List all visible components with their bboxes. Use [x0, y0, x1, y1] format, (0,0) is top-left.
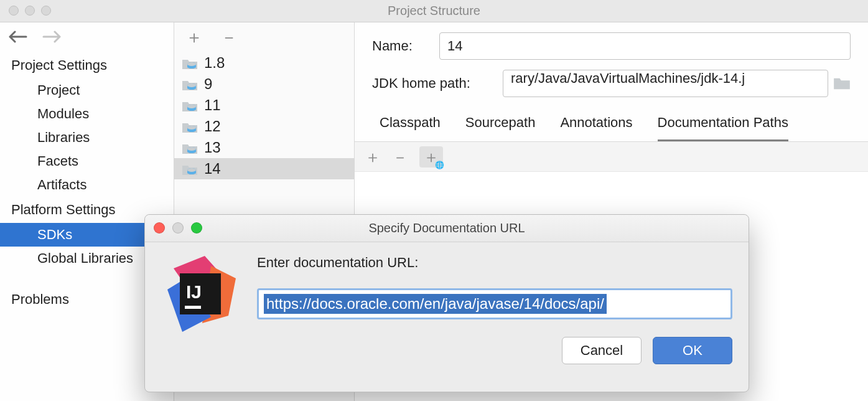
nav-arrows	[0, 22, 174, 52]
doc-paths-toolbar: ＋ － ＋🌐	[355, 142, 868, 172]
close-window-dot[interactable]	[9, 6, 19, 16]
dialog-close-icon[interactable]	[154, 222, 165, 234]
dialog-body: IJ Enter documentation URL: https://docs…	[145, 242, 749, 377]
name-input[interactable]	[439, 32, 851, 60]
dialog-traffic-lights	[154, 222, 202, 234]
browse-folder-icon[interactable]	[833, 76, 851, 91]
path-row: JDK home path: rary/Java/JavaVirtualMach…	[355, 60, 868, 97]
add-sdk-icon[interactable]: ＋	[185, 29, 203, 46]
path-input[interactable]: rary/Java/JavaVirtualMachines/jdk-14.j	[503, 70, 828, 97]
sdk-folder-icon	[182, 78, 198, 90]
sdk-folder-icon	[182, 57, 198, 69]
name-label: Name:	[372, 38, 439, 54]
sdk-folder-icon	[182, 163, 198, 175]
dialog-zoom-icon[interactable]	[191, 222, 202, 234]
sidebar-item-modules[interactable]: Modules	[0, 102, 174, 126]
window-title: Project Structure	[388, 4, 480, 18]
back-arrow-icon[interactable]	[9, 28, 27, 47]
specify-url-dialog: Specify Documentation URL IJ Enter docum…	[144, 214, 749, 392]
sdk-item-9[interactable]: 9	[174, 73, 354, 95]
svg-text:IJ: IJ	[186, 281, 202, 302]
sidebar-heading-project-settings: Project Settings	[0, 52, 174, 78]
dialog-titlebar: Specify Documentation URL	[145, 215, 749, 242]
sdk-item-13[interactable]: 13	[174, 137, 354, 158]
sdk-item-14[interactable]: 14	[174, 158, 354, 179]
window-titlebar: Project Structure	[0, 0, 868, 22]
sdk-item-12[interactable]: 12	[174, 116, 354, 137]
sidebar-item-facets[interactable]: Facets	[0, 149, 174, 173]
remove-path-icon[interactable]: －	[392, 149, 408, 165]
tab-annotations[interactable]: Annotations	[560, 115, 632, 141]
remove-sdk-icon[interactable]: －	[220, 29, 238, 46]
sdk-folder-icon	[182, 141, 198, 154]
url-input-text[interactable]: https://docs.oracle.com/en/java/javase/1…	[264, 294, 607, 314]
sidebar-item-libraries[interactable]: Libraries	[0, 126, 174, 149]
sdk-item-label: 1.8	[204, 54, 225, 72]
sdk-item-label: 14	[204, 160, 221, 177]
dialog-title: Specify Documentation URL	[368, 221, 525, 235]
svg-point-9	[187, 147, 196, 151]
sidebar-item-project[interactable]: Project	[0, 78, 174, 102]
sdk-item-label: 13	[204, 139, 221, 156]
tab-classpath[interactable]: Classpath	[380, 115, 441, 141]
zoom-window-dot[interactable]	[41, 6, 51, 16]
sdk-folder-icon	[182, 99, 198, 111]
sdk-tabs: ClasspathSourcepathAnnotationsDocumentat…	[355, 97, 868, 142]
svg-point-3	[187, 83, 196, 87]
add-url-icon[interactable]: ＋🌐	[419, 146, 443, 167]
tab-sourcepath[interactable]: Sourcepath	[465, 115, 536, 141]
sdk-folder-icon	[182, 120, 198, 133]
dialog-buttons: Cancel OK	[257, 337, 732, 364]
sdk-item-label: 9	[204, 75, 212, 93]
intellij-logo-icon: IJ	[161, 255, 242, 336]
dialog-minimize-icon	[172, 222, 184, 234]
minimize-window-dot[interactable]	[25, 6, 35, 16]
sdk-item-label: 11	[204, 97, 221, 114]
add-path-icon[interactable]: ＋	[365, 149, 381, 165]
dialog-form: Enter documentation URL: https://docs.or…	[257, 255, 732, 364]
window-traffic-lights	[9, 6, 51, 16]
svg-point-5	[187, 105, 196, 108]
cancel-button[interactable]: Cancel	[562, 337, 642, 364]
path-label: JDK home path:	[372, 75, 503, 92]
svg-point-11	[187, 168, 196, 172]
sdk-list-toolbar: ＋ －	[174, 22, 354, 52]
sdk-item-1-8[interactable]: 1.8	[174, 52, 354, 73]
svg-point-7	[187, 126, 196, 130]
tab-documentation-paths[interactable]: Documentation Paths	[658, 115, 788, 141]
name-row: Name:	[355, 22, 868, 60]
svg-point-1	[187, 62, 196, 66]
dialog-prompt-label: Enter documentation URL:	[257, 255, 732, 271]
sdk-item-label: 12	[204, 118, 221, 135]
url-input[interactable]: https://docs.oracle.com/en/java/javase/1…	[257, 288, 732, 319]
sidebar-item-artifacts[interactable]: Artifacts	[0, 173, 174, 197]
forward-arrow-icon[interactable]	[42, 28, 61, 47]
ok-button[interactable]: OK	[653, 337, 732, 364]
sdk-item-11[interactable]: 11	[174, 95, 354, 116]
svg-rect-17	[185, 306, 201, 309]
